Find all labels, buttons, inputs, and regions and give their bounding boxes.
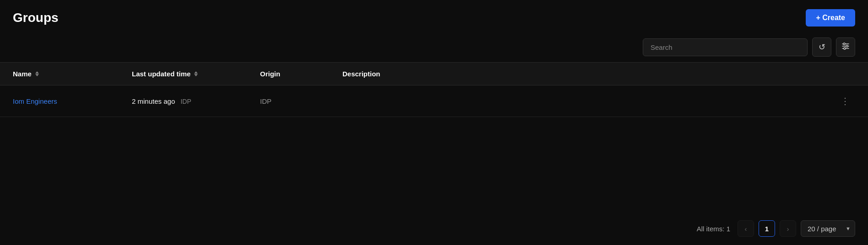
refresh-icon: ↺	[819, 42, 825, 52]
cell-description	[330, 85, 823, 117]
sort-name-icon	[35, 71, 39, 76]
column-name[interactable]: Name	[0, 63, 119, 85]
column-origin: Origin	[247, 63, 330, 85]
column-last-updated[interactable]: Last updated time	[119, 63, 247, 85]
column-description: Description	[330, 63, 823, 85]
filter-icon	[841, 42, 850, 53]
table-row: Iom Engineers 2 minutes ago IDP IDP ⋮	[0, 85, 868, 117]
svg-point-5	[844, 48, 846, 49]
column-actions	[823, 63, 868, 85]
svg-point-4	[846, 45, 848, 47]
all-items-label: All items: 1	[697, 225, 730, 233]
chevron-left-icon: ‹	[745, 225, 747, 233]
cell-origin-tag: IDP	[180, 98, 191, 105]
sort-updated-icon	[194, 71, 198, 76]
page-size-select[interactable]: 10 / page 20 / page 50 / page 100 / page	[801, 220, 855, 237]
cell-origin: IDP	[247, 85, 330, 117]
prev-page-button[interactable]: ‹	[738, 220, 754, 237]
filter-button[interactable]	[836, 37, 855, 57]
search-input[interactable]	[643, 38, 808, 56]
create-button[interactable]: + Create	[806, 9, 855, 27]
next-page-button[interactable]: ›	[780, 220, 796, 237]
page-size-wrapper: 10 / page 20 / page 50 / page 100 / page…	[801, 220, 855, 237]
current-page: 1	[759, 220, 775, 237]
chevron-right-icon: ›	[787, 225, 789, 233]
refresh-button[interactable]: ↺	[812, 37, 831, 57]
cell-last-updated: 2 minutes ago IDP	[119, 85, 247, 117]
group-name-link[interactable]: Iom Engineers	[13, 97, 57, 105]
cell-group-name: Iom Engineers	[0, 85, 119, 117]
cell-row-actions: ⋮	[823, 85, 868, 117]
svg-point-3	[843, 43, 845, 45]
page-title: Groups	[13, 11, 59, 25]
row-actions-button[interactable]: ⋮	[836, 94, 855, 108]
